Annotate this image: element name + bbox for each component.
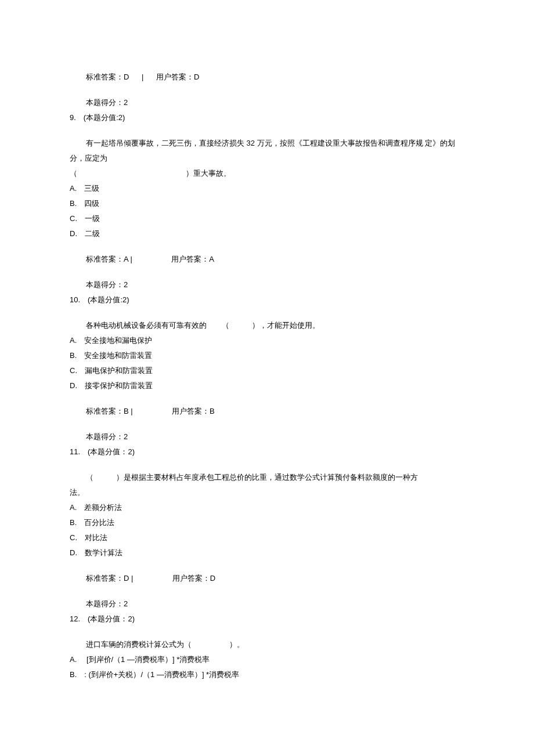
- q9-options: A. 三级 B. 四级 C. 一级 D. 二级: [70, 181, 464, 241]
- q10-stem: 各种电动机械设备必须有可靠有效的 （ ），才能开始使用。: [70, 318, 464, 333]
- q9-user-answer: 用户答案：A: [171, 252, 214, 267]
- q10-option-d: D. 接零保护和防雷装置: [70, 378, 464, 393]
- q12-options: A. [到岸价/（1 —消费税率）] *消费税率 B. : (到岸价+关税）/（…: [70, 652, 464, 682]
- q11-user-answer: 用户答案：D: [172, 571, 215, 586]
- q9-header: 9. (本题分值:2): [70, 110, 464, 125]
- q9-score: 本题得分：2: [70, 277, 464, 292]
- q10-option-c: C. 漏电保护和防雷装置: [70, 363, 464, 378]
- q11-stem: （ ）是根据主要材料占年度承包工程总价的比重，通过数学公式计算预付备料款额度的一…: [70, 470, 464, 500]
- q11-score: 本题得分：2: [70, 596, 464, 612]
- q8-user-answer: 用户答案：D: [156, 70, 199, 85]
- q9-option-b: B. 四级: [70, 196, 464, 211]
- q11-options: A. 差额分析法 B. 百分比法 C. 对比法 D. 数学计算法: [70, 500, 464, 560]
- separator: |: [142, 70, 143, 85]
- q10-options: A. 安全接地和漏电保护 B. 安全接地和防雷装置 C. 漏电保护和防雷装置 D…: [70, 333, 464, 393]
- q12-stem: 进口车辆的消费税计算公式为（ ）。: [70, 637, 464, 652]
- q10-answer-row: 标准答案：B | 用户答案：B: [70, 404, 464, 419]
- q9-stem: 有一起塔吊倾覆事故，二死三伤，直接经济损失 32 万元，按照《工程建设重大事故报…: [70, 136, 464, 181]
- q8-answer-row: 标准答案：D | 用户答案：D: [70, 70, 464, 85]
- q9-stem-line2-suffix: ）重大事故。: [186, 169, 231, 178]
- q8-score: 本题得分：2: [70, 95, 464, 110]
- q9-standard-answer: 标准答案：A |: [86, 252, 132, 267]
- q8-standard-answer: 标准答案：D: [86, 70, 129, 85]
- q9-answer-row: 标准答案：A | 用户答案：A: [70, 252, 464, 267]
- q11-answer-row: 标准答案：D | 用户答案：D: [70, 571, 464, 586]
- q11-option-b: B. 百分比法: [70, 515, 464, 530]
- q9-option-a: A. 三级: [70, 181, 464, 196]
- q9-option-c: C. 一级: [70, 211, 464, 226]
- q12-option-b: B. : (到岸价+关税）/（1 —消费税率）] *消费税率: [70, 667, 464, 682]
- q11-option-d: D. 数学计算法: [70, 545, 464, 560]
- q9-option-d: D. 二级: [70, 226, 464, 241]
- document-page: 标准答案：D | 用户答案：D 本题得分：2 9. (本题分值:2) 有一起塔吊…: [0, 0, 534, 729]
- q9-stem-line1: 有一起塔吊倾覆事故，二死三伤，直接经济损失 32 万元，按照《工程建设重大事故报…: [70, 139, 455, 162]
- q10-score: 本题得分：2: [70, 429, 464, 444]
- q12-option-a: A. [到岸价/（1 —消费税率）] *消费税率: [70, 652, 464, 667]
- q9-stem-line2-prefix: （: [70, 169, 77, 178]
- q10-standard-answer: 标准答案：B |: [86, 404, 133, 419]
- q11-option-a: A. 差额分析法: [70, 500, 464, 515]
- q11-stem-line2: 法。: [70, 488, 85, 497]
- q12-header: 12. (本题分值：2): [70, 612, 464, 627]
- q11-stem-line1: （ ）是根据主要材料占年度承包工程总价的比重，通过数学公式计算预付备料款额度的一…: [70, 473, 418, 482]
- q10-user-answer: 用户答案：B: [172, 404, 215, 419]
- q11-header: 11. (本题分值：2): [70, 444, 464, 460]
- q11-option-c: C. 对比法: [70, 530, 464, 545]
- q11-standard-answer: 标准答案：D |: [86, 571, 133, 586]
- q10-header: 10. (本题分值:2): [70, 292, 464, 308]
- q10-option-b: B. 安全接地和防雷装置: [70, 348, 464, 363]
- q10-option-a: A. 安全接地和漏电保护: [70, 333, 464, 348]
